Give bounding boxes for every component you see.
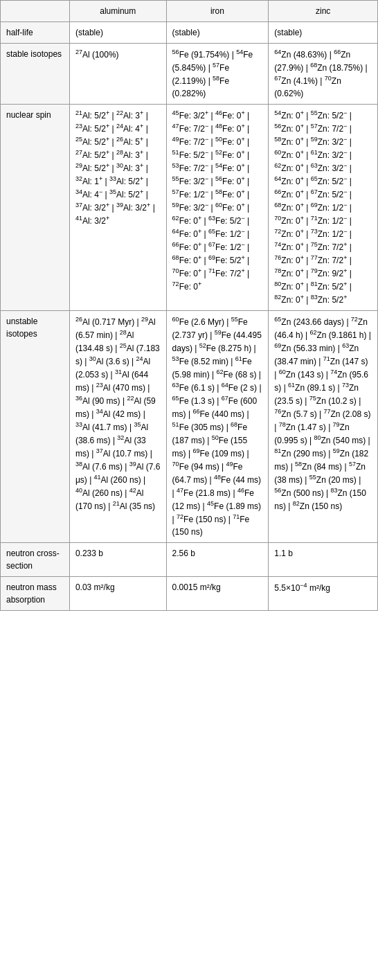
fe-stable-isotopes: 56Fe (91.754%) | 54Fe (5.845%) | 57Fe (2… — [166, 44, 269, 105]
row-label-nuclear-spin: nuclear spin — [1, 105, 70, 311]
table-row: stable isotopes 27Al (100%) 56Fe (91.754… — [1, 44, 378, 105]
table-row: nuclear spin 21Al: 5/2+ | 22Al: 3+ | 23A… — [1, 105, 378, 311]
fe-unstable-isotopes: 60Fe (2.6 Myr) | 55Fe (2.737 yr) | 59Fe … — [166, 311, 269, 543]
row-label-neutron-cross-section: neutron cross-section — [1, 543, 70, 577]
table-row: half-life (stable) (stable) (stable) — [1, 22, 378, 44]
fe-nuclear-spin: 45Fe: 3/2+ | 46Fe: 0+ | 47Fe: 7/2− | 48F… — [166, 105, 269, 311]
zn-half-life: (stable) — [269, 22, 378, 44]
zn-unstable-isotopes: 65Zn (243.66 days) | 72Zn (46.4 h) | 62Z… — [269, 311, 378, 543]
zn-neutron-mass-absorption: 5.5×10−4 m²/kg — [269, 577, 378, 611]
header-empty — [1, 1, 70, 22]
al-half-life: (stable) — [69, 22, 166, 44]
row-label-unstable-isotopes: unstable isotopes — [1, 311, 70, 543]
fe-neutron-cross-section: 2.56 b — [166, 543, 269, 577]
isotope-comparison-table: aluminum iron zinc half-life (stable) (s… — [0, 0, 378, 611]
header-iron: iron — [166, 1, 269, 22]
zn-nuclear-spin: 54Zn: 0+ | 55Zn: 5/2− | 56Zn: 0+ | 57Zn:… — [269, 105, 378, 311]
fe-half-life: (stable) — [166, 22, 269, 44]
row-label-neutron-mass-absorption: neutron mass absorption — [1, 577, 70, 611]
al-neutron-cross-section: 0.233 b — [69, 543, 166, 577]
header-zinc: zinc — [269, 1, 378, 22]
table-row: unstable isotopes 26Al (0.717 Myr) | 29A… — [1, 311, 378, 543]
table-row: neutron cross-section 0.233 b 2.56 b 1.1… — [1, 543, 378, 577]
table-row: neutron mass absorption 0.03 m²/kg 0.001… — [1, 577, 378, 611]
al-nuclear-spin: 21Al: 5/2+ | 22Al: 3+ | 23Al: 5/2+ | 24A… — [69, 105, 166, 311]
al-unstable-isotopes: 26Al (0.717 Myr) | 29Al (6.57 min) | 28A… — [69, 311, 166, 543]
zn-neutron-cross-section: 1.1 b — [269, 543, 378, 577]
zn-stable-isotopes: 64Zn (48.63%) | 66Zn (27.9%) | 68Zn (18.… — [269, 44, 378, 105]
al-stable-isotopes: 27Al (100%) — [69, 44, 166, 105]
al-neutron-mass-absorption: 0.03 m²/kg — [69, 577, 166, 611]
fe-neutron-mass-absorption: 0.0015 m²/kg — [166, 577, 269, 611]
row-label-stable-isotopes: stable isotopes — [1, 44, 70, 105]
header-aluminum: aluminum — [69, 1, 166, 22]
row-label-half-life: half-life — [1, 22, 70, 44]
